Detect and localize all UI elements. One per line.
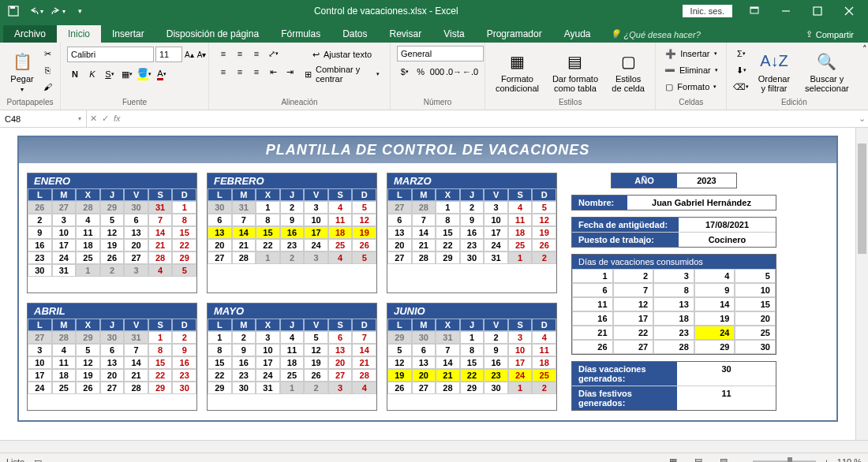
calendar-day: 2: [532, 251, 556, 264]
insert-cells-button[interactable]: ➕ Insertar ▾: [662, 46, 720, 61]
orientation-icon[interactable]: ⤢▾: [265, 46, 281, 61]
ribbon-display-icon[interactable]: [739, 0, 770, 22]
calendar-day: 18: [76, 239, 100, 251]
increase-font-icon[interactable]: A▴: [184, 47, 195, 62]
paste-button[interactable]: 📋 Pegar▾: [5, 44, 39, 98]
wrap-text-button[interactable]: ↩ Ajustar texto: [301, 46, 383, 63]
view-break-icon[interactable]: ▧: [715, 455, 732, 463]
calendar-day: 26: [352, 239, 376, 251]
tab-programador[interactable]: Programador: [476, 25, 553, 43]
delete-cells-button[interactable]: ➖ Eliminar ▾: [662, 62, 720, 78]
merge-button[interactable]: ⊞ Combinar y centrar ▾: [301, 65, 383, 83]
calendar-day: 13: [100, 356, 125, 369]
indent-inc-icon[interactable]: ⇥: [282, 64, 297, 80]
tab-archivo[interactable]: Archivo: [3, 25, 57, 43]
clear-icon[interactable]: ⌫▾: [733, 79, 749, 95]
format-table-button[interactable]: ▤ Dar formato como tabla: [544, 44, 606, 98]
calendar-day: 29: [208, 382, 232, 394]
collapse-ribbon-icon[interactable]: ˄: [861, 43, 868, 110]
currency-icon[interactable]: $▾: [397, 64, 413, 80]
tab-inicio[interactable]: Inicio: [57, 25, 101, 43]
share-button[interactable]: ⇪ Compartir: [798, 26, 862, 43]
fx-icon[interactable]: fx: [114, 114, 121, 124]
number-format-select[interactable]: [397, 46, 484, 61]
cut-icon[interactable]: ✂: [39, 46, 55, 61]
share-label: Compartir: [816, 30, 854, 39]
tab-vista[interactable]: Vista: [432, 25, 475, 43]
thousands-icon[interactable]: 000: [429, 64, 445, 80]
fontsize-select[interactable]: [155, 47, 182, 62]
tab-insertar[interactable]: Insertar: [101, 25, 155, 43]
zoom-in-icon[interactable]: +: [824, 457, 829, 463]
calendar-day: 16: [172, 356, 196, 369]
calendar-day: 28: [412, 251, 436, 264]
calendar-day: 12: [76, 356, 100, 369]
sort-filter-button[interactable]: A↓Z Ordenar y filtrar: [750, 44, 797, 98]
consumed-day: 18: [653, 311, 694, 326]
signin-button[interactable]: Inic. ses.: [683, 5, 732, 17]
vertical-scrollbar[interactable]: [855, 128, 868, 440]
align-bottom-icon[interactable]: ≡: [249, 46, 264, 61]
indent-dec-icon[interactable]: ⇤: [265, 64, 281, 80]
group-styles-label: Estilos: [490, 98, 650, 108]
tab-formulas[interactable]: Fórmulas: [270, 25, 331, 43]
tab-disposicion[interactable]: Disposición de página: [155, 25, 270, 43]
bold-icon[interactable]: N: [67, 66, 83, 82]
underline-icon[interactable]: S▾: [102, 66, 118, 82]
format-cells-button[interactable]: ▢ Formato ▾: [662, 79, 720, 95]
tab-ayuda[interactable]: Ayuda: [553, 25, 602, 43]
align-left-icon[interactable]: ≡: [215, 64, 231, 80]
percent-icon[interactable]: %: [413, 64, 429, 80]
zoom-value[interactable]: 110 %: [837, 457, 862, 463]
name-box[interactable]: C48▾: [0, 110, 87, 127]
calendar-day: 12: [532, 214, 556, 226]
align-center-icon[interactable]: ≡: [232, 64, 248, 80]
cond-format-button[interactable]: ▦ Formato condicional: [490, 44, 544, 98]
align-middle-icon[interactable]: ≡: [232, 46, 248, 61]
undo-icon[interactable]: ▾: [25, 2, 46, 20]
tab-datos[interactable]: Datos: [331, 25, 378, 43]
qat-more-icon[interactable]: ▾: [69, 2, 90, 20]
align-top-icon[interactable]: ≡: [215, 46, 231, 61]
tell-me[interactable]: 💡 ¿Qué desea hacer?: [602, 26, 709, 43]
dec-decimal-icon[interactable]: ←.0: [462, 64, 478, 80]
group-edit-label: Edición: [731, 98, 856, 108]
autosave-icon[interactable]: [3, 2, 24, 20]
calendar-day: 4: [328, 251, 353, 264]
zoom-out-icon[interactable]: −: [740, 457, 745, 463]
dow-header: S: [508, 188, 533, 201]
find-select-button[interactable]: 🔍 Buscar y seleccionar: [798, 44, 857, 98]
format-painter-icon[interactable]: 🖌: [39, 79, 55, 95]
minimize-icon[interactable]: [770, 0, 802, 22]
view-layout-icon[interactable]: ▤: [690, 455, 707, 463]
align-right-icon[interactable]: ≡: [249, 64, 264, 80]
fill-color-icon[interactable]: 🪣▾: [137, 66, 152, 82]
expand-formula-icon[interactable]: ⌄: [855, 114, 868, 124]
calendar-day: 22: [256, 239, 280, 251]
fill-icon[interactable]: ⬇▾: [733, 62, 749, 78]
font-color-icon[interactable]: A▾: [154, 66, 170, 82]
close-icon[interactable]: [833, 0, 865, 22]
accept-formula-icon[interactable]: ✓: [102, 114, 109, 124]
tab-revisar[interactable]: Revisar: [379, 25, 433, 43]
autosum-icon[interactable]: Σ▾: [733, 46, 749, 61]
maximize-icon[interactable]: [802, 0, 833, 22]
font-select[interactable]: [67, 47, 154, 62]
horizontal-scrollbar[interactable]: [0, 440, 868, 453]
cancel-formula-icon[interactable]: ✕: [90, 114, 97, 124]
decrease-font-icon[interactable]: A▾: [196, 47, 208, 62]
redo-icon[interactable]: ▾: [47, 2, 68, 20]
borders-icon[interactable]: ▦▾: [119, 66, 135, 82]
calendar-day: 13: [328, 344, 353, 356]
inc-decimal-icon[interactable]: .0→: [446, 64, 462, 80]
calendar-day: 17: [256, 356, 280, 369]
view-normal-icon[interactable]: ▦: [664, 455, 682, 463]
copy-icon[interactable]: ⎘: [39, 62, 55, 78]
italic-icon[interactable]: K: [84, 66, 100, 82]
generated-vac-value: 30: [677, 362, 776, 386]
cell-styles-button[interactable]: ▢ Estilos de celda: [606, 44, 650, 98]
calendar-month: ABRILLMXJVSD2728293031123456789101112131…: [27, 303, 197, 411]
macro-record-icon[interactable]: ▭: [34, 456, 42, 462]
worksheet-area[interactable]: PLANTILLA DE CONTROL DE VACACIONES ENERO…: [0, 128, 868, 440]
calendar-day: 4: [508, 201, 533, 214]
